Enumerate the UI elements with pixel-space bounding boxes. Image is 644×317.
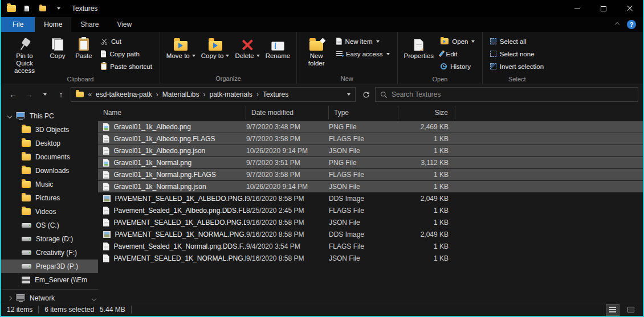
copy-button[interactable]: Copy — [44, 33, 71, 75]
recent-locations-button[interactable] — [38, 87, 52, 102]
group-label-open: Open — [401, 75, 479, 84]
file-name: Pavement_Sealed_1K_Albedo.png.DDS.FL... — [114, 207, 247, 215]
search-input[interactable] — [392, 90, 633, 98]
easy-access-button[interactable]: Easy access — [333, 48, 392, 60]
new-item-button[interactable]: New item — [333, 35, 392, 47]
file-row[interactable]: Gravel01_1k_Normal.png.FLAGS 9/7/2020 3:… — [98, 169, 643, 181]
file-date-modified: 10/26/2020 9:14 PM — [246, 183, 329, 191]
forward-arrow-icon: → — [22, 90, 36, 99]
collapse-ribbon-button[interactable] — [615, 22, 619, 27]
cut-button[interactable]: Cut — [98, 35, 155, 47]
ribbon-group-clipboard: Pin to Quick access Copy Paste Cut — [1, 32, 160, 84]
new-folder-button[interactable]: New folder — [300, 33, 332, 73]
tab-view[interactable]: View — [108, 17, 141, 32]
new-folder-icon — [309, 41, 323, 51]
select-all-button[interactable]: Select all — [487, 35, 547, 47]
breadcrumb-segment[interactable]: MaterialLibs — [162, 90, 199, 98]
properties-button[interactable]: ✓ Properties — [401, 33, 437, 75]
breadcrumb-separator: › — [203, 90, 206, 98]
pin-to-quick-access-button[interactable]: Pin to Quick access — [5, 33, 44, 75]
address-dropdown-icon[interactable] — [347, 93, 350, 96]
rename-label: Rename — [266, 52, 290, 59]
breadcrumb-segment[interactable]: esd-talkeetna-patk — [96, 90, 152, 98]
qat-new-folder-button[interactable] — [38, 3, 48, 14]
file-row[interactable]: Gravel01_1k_Albedo.png.FLAGS 9/7/2020 3:… — [98, 133, 643, 145]
file-row[interactable]: Pavement_Sealed_1K_Normal.png.DDS.F... 9… — [98, 241, 643, 253]
copy-to-button[interactable]: Copy to — [198, 33, 233, 73]
forward-button[interactable]: → — [22, 87, 36, 102]
sidebar-item-storage-d[interactable]: Storage (D:) — [1, 232, 98, 246]
back-button[interactable]: ← — [6, 87, 21, 102]
close-button[interactable] — [617, 0, 643, 17]
paste-button[interactable]: Paste — [71, 33, 97, 75]
tab-file[interactable]: File — [1, 17, 35, 32]
column-header-size[interactable]: Size — [398, 106, 455, 120]
sidebar-item-3d-objects[interactable]: 3D Objects — [1, 123, 98, 137]
sidebar-item-os-c[interactable]: OS (C:) — [1, 219, 98, 232]
thumbnails-view-icon — [627, 307, 634, 312]
paste-shortcut-button[interactable]: Paste shortcut — [98, 60, 155, 72]
file-row[interactable]: Gravel01_1k_Albedo.png 9/7/2020 3:48 PM … — [98, 121, 643, 133]
help-button[interactable]: ? — [627, 20, 636, 29]
copy-path-button[interactable]: Copy path — [98, 48, 155, 60]
file-icon — [103, 219, 109, 227]
qat-customize-button[interactable] — [54, 3, 64, 14]
invert-selection-button[interactable]: Invert selection — [487, 60, 547, 72]
copy-path-label: Copy path — [109, 51, 139, 57]
tab-share[interactable]: Share — [71, 17, 108, 32]
chevron-expanded-icon[interactable] — [7, 114, 12, 118]
maximize-button[interactable] — [590, 0, 617, 17]
refresh-button[interactable] — [358, 87, 374, 102]
file-row[interactable]: Gravel01_1k_Normal.png.json 10/26/2020 9… — [98, 181, 643, 193]
sidebar-item-em-server[interactable]: Em_Server (\\Em — [1, 273, 98, 287]
open-button[interactable]: Open — [438, 35, 478, 47]
file-row[interactable]: PAVEMENT_SEALED_1K_ALBEDO.PNG.DD... 9/16… — [98, 217, 643, 229]
drive-icon — [22, 264, 31, 269]
edit-button[interactable]: Edit — [438, 48, 478, 60]
tab-home[interactable]: Home — [35, 17, 71, 32]
file-row[interactable]: PAVEMENT_SEALED_1K_NORMAL.PNG.D... 9/16/… — [98, 253, 643, 265]
select-none-button[interactable]: Select none — [487, 48, 547, 60]
sidebar-item-pictures[interactable]: Pictures — [1, 191, 98, 205]
edit-label: Edit — [446, 51, 458, 57]
sidebar-scrollbar[interactable] — [91, 297, 97, 300]
details-view-button[interactable] — [606, 304, 619, 315]
file-row[interactable]: Gravel01_1k_Albedo.png.json 10/26/2020 9… — [98, 145, 643, 157]
move-to-button[interactable]: Move to — [164, 33, 198, 73]
sidebar-item-music[interactable]: Music — [1, 178, 98, 191]
folder-icon — [22, 195, 31, 201]
rename-button[interactable]: Rename — [263, 33, 293, 73]
delete-button[interactable]: Delete — [232, 33, 262, 73]
file-size: 1 KB — [398, 207, 455, 215]
file-row[interactable]: PAVEMENT_SEALED_1K_NORMAL.PNG.D... 9/16/… — [98, 229, 643, 241]
column-header-date-modified[interactable]: Date modified — [246, 106, 329, 120]
qat-properties-button[interactable] — [22, 3, 32, 14]
file-row[interactable]: Gravel01_1k_Normal.png 9/7/2020 3:51 PM … — [98, 157, 643, 169]
file-date-modified: 9/7/2020 3:51 PM — [246, 159, 329, 167]
file-row[interactable]: Pavement_Sealed_1K_Albedo.png.DDS.FL... … — [98, 205, 643, 217]
navigation-pane: This PC 3D Objects Desktop Documents Dow… — [1, 105, 98, 303]
history-button[interactable]: History — [438, 60, 478, 72]
minimize-button[interactable] — [564, 0, 590, 17]
address-bar[interactable]: « esd-talkeetna-patk › MaterialLibs › pa… — [71, 87, 356, 102]
scroll-down-icon[interactable] — [92, 297, 96, 301]
sidebar-item-creativity-f[interactable]: Creativity (F:) — [1, 246, 98, 260]
sidebar-item-network[interactable]: Network — [1, 291, 98, 305]
sidebar-item-this-pc[interactable]: This PC — [1, 109, 98, 123]
sidebar-item-downloads[interactable]: Downloads — [1, 164, 98, 178]
column-header-name[interactable]: Name — [98, 106, 246, 120]
chevron-collapsed-icon[interactable] — [7, 296, 12, 300]
sidebar-item-documents[interactable]: Documents — [1, 150, 98, 164]
file-row[interactable]: PAVEMENT_SEALED_1K_ALBEDO.PNG.DDS 9/16/2… — [98, 193, 643, 205]
thumbnails-view-button[interactable] — [625, 304, 637, 315]
breadcrumb-segment[interactable]: patk-materials — [210, 90, 252, 98]
file-icon — [103, 135, 109, 143]
breadcrumb-overflow[interactable]: « — [88, 90, 92, 98]
breadcrumb-segment-current[interactable]: Textures — [263, 90, 288, 98]
sidebar-item-videos[interactable]: Videos — [1, 205, 98, 219]
column-header-type[interactable]: Type — [329, 106, 398, 120]
delete-label: Delete — [235, 52, 254, 59]
sidebar-item-desktop[interactable]: Desktop — [1, 137, 98, 150]
sidebar-item-prepar3d-p[interactable]: Prepar3D (P:) — [1, 260, 98, 273]
up-button[interactable]: ↑ — [54, 87, 68, 102]
